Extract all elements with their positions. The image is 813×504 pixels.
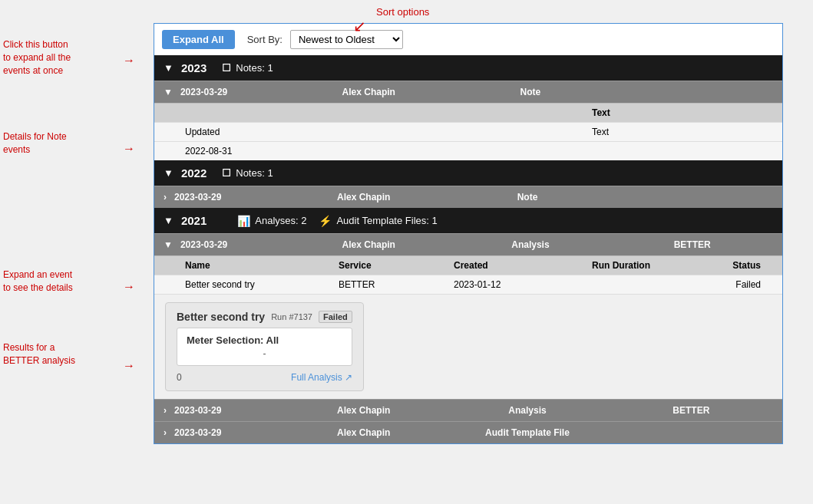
detail-header-col4: Text <box>592 107 699 118</box>
event-row-2021-better-expanded[interactable]: ▼ 2023-03-29 Alex Chapin Analysis BETTER <box>154 233 782 255</box>
external-link-icon: ↗ <box>345 372 352 383</box>
detail-data-date: 2022-08-31 <box>185 146 339 156</box>
col-header-created: Created <box>454 260 592 271</box>
event-date-1: 2023-03-29 <box>180 87 288 97</box>
better-card-analysis-name: Better second try <box>177 311 265 323</box>
page-wrapper: Sort options ↙ Click this button to expa… <box>0 0 813 504</box>
sort-annotation-text: Sort options <box>376 6 429 18</box>
detail-data-row-1a: Updated Text <box>154 122 782 141</box>
main-panel: Expand All Sort By: Newest to Oldest Old… <box>154 23 783 444</box>
notes-count-2023: Notes: 1 <box>236 62 273 74</box>
run-number-badge: Run #7137 <box>271 312 312 321</box>
year-header-2021[interactable]: ▼ 2021 📊 Analyses: 2 ⚡ Audit Template Fi… <box>154 208 782 233</box>
toolbar: Expand All Sort By: Newest to Oldest Old… <box>154 24 782 55</box>
detail-data-updated: Updated <box>185 127 339 137</box>
detail-header-col5 <box>699 107 761 118</box>
annotation-expand-event-arrow: → <box>123 280 135 294</box>
chevron-down-icon-2023: ▼ <box>164 62 174 74</box>
footer-count: 0 <box>177 372 182 383</box>
event-type-3: Analysis <box>450 239 612 250</box>
col-header-run-duration: Run Duration <box>592 260 699 271</box>
analysis-table-header: Name Service Created Run Duration Status <box>154 255 782 275</box>
col-header-status: Status <box>699 260 761 271</box>
annotation-better-results: Results for a BETTER analysis <box>3 341 122 367</box>
chevron-down-icon-event3: ▼ <box>164 239 173 250</box>
analysis-status: Failed <box>699 279 761 290</box>
detail-data-blank3 <box>454 127 592 137</box>
event-date-5: 2023-03-29 <box>174 427 282 438</box>
meter-selection-value: - <box>187 348 342 359</box>
event-user-1: Alex Chapin <box>288 87 450 97</box>
detail-header-col2 <box>339 107 454 118</box>
detail-data-b2 <box>339 146 454 156</box>
analysis-service: BETTER <box>339 279 454 290</box>
event-type-5: Audit Template File <box>445 427 609 438</box>
sort-by-label: Sort By: <box>247 34 283 45</box>
detail-header-row-1: Text <box>154 103 782 122</box>
expand-all-button[interactable]: Expand All <box>162 30 235 49</box>
annotation-expand-all-arrow: → <box>123 54 135 68</box>
sort-select[interactable]: Newest to Oldest Oldest to Newest <box>290 30 403 49</box>
event-user-2: Alex Chapin <box>282 192 445 203</box>
event-extra-3: BETTER <box>611 239 773 250</box>
chevron-right-icon-event4: › <box>164 405 167 416</box>
year-2023-label: 2023 <box>181 61 207 74</box>
sort-annotation: Sort options <box>376 6 429 18</box>
year-section-2022: ▼ 2022 ☐ Notes: 1 › 2023-03-29 Alex Chap… <box>154 160 782 208</box>
chevron-down-icon-event1: ▼ <box>164 87 173 97</box>
analysis-name: Better second try <box>185 279 339 290</box>
event-row-2023-03-29-note[interactable]: ▼ 2023-03-29 Alex Chapin Note <box>154 81 782 103</box>
event-row-2022-collapsed[interactable]: › 2023-03-29 Alex Chapin Note <box>154 186 782 208</box>
year-header-2023[interactable]: ▼ 2023 ☐ Notes: 1 <box>154 55 782 81</box>
better-card-footer: 0 Full Analysis ↗ <box>177 372 352 383</box>
meter-selection-card: Meter Selection: All - <box>177 328 352 366</box>
event-date-2: 2023-03-29 <box>174 192 282 203</box>
notes-icon-2023: ☐ <box>222 62 231 74</box>
event-type-1: Note <box>450 87 612 97</box>
annotation-better-results-arrow: → <box>123 359 135 373</box>
analysis-created: 2023-01-12 <box>454 279 592 290</box>
chevron-down-icon-2021: ▼ <box>164 215 174 226</box>
event-date-4: 2023-03-29 <box>174 405 282 416</box>
detail-data-text: Text <box>592 127 699 137</box>
event-type-4: Analysis <box>445 405 609 416</box>
audit-count-2021: Audit Template Files: 1 <box>336 215 437 226</box>
year-2022-label: 2022 <box>181 166 207 180</box>
chevron-down-icon-2022: ▼ <box>164 167 174 179</box>
annotation-expand-all: Click this button to expand all the even… <box>3 38 122 77</box>
detail-data-blank5 <box>699 127 761 137</box>
meter-selection-label: Meter Selection: All <box>187 334 342 346</box>
detail-data-row-1b: 2022-08-31 <box>154 141 782 160</box>
event-user-4: Alex Chapin <box>282 405 445 416</box>
analysis-table-row-1: Better second try BETTER 2023-01-12 Fail… <box>154 275 782 294</box>
sort-arrow-icon: ↙ <box>353 17 366 35</box>
detail-data-b4 <box>592 146 699 156</box>
event-type-2: Note <box>445 192 609 203</box>
event-date-3: 2023-03-29 <box>180 239 288 250</box>
lightning-icon: ⚡ <box>319 215 332 227</box>
better-card: Better second try Run #7137 Failed Meter… <box>165 302 364 391</box>
col-header-name: Name <box>185 260 339 271</box>
year-2021-label: 2021 <box>181 214 207 227</box>
year-header-2022[interactable]: ▼ 2022 ☐ Notes: 1 <box>154 160 782 186</box>
annotation-details-note-arrow: → <box>123 142 135 156</box>
notes-icon-2022: ☐ <box>222 167 231 179</box>
event-user-5: Alex Chapin <box>282 427 445 438</box>
analysis-run-duration <box>592 279 699 290</box>
detail-header-col1 <box>185 107 339 118</box>
year-section-2021: ▼ 2021 📊 Analyses: 2 ⚡ Audit Template Fi… <box>154 208 782 443</box>
col-header-service: Service <box>339 260 454 271</box>
chevron-right-icon-event5: › <box>164 427 167 438</box>
failed-badge: Failed <box>319 311 352 323</box>
detail-data-b5 <box>699 146 761 156</box>
year-section-2023: ▼ 2023 ☐ Notes: 1 ▼ 2023-03-29 Alex Chap… <box>154 55 782 160</box>
annotation-expand-event: Expand an event to see the details <box>3 268 122 295</box>
chevron-right-icon-event2: › <box>164 192 167 203</box>
event-row-2021-better-collapsed[interactable]: › 2023-03-29 Alex Chapin Analysis BETTER <box>154 399 782 421</box>
event-row-2021-audit[interactable]: › 2023-03-29 Alex Chapin Audit Template … <box>154 421 782 443</box>
better-card-title-row: Better second try Run #7137 Failed <box>177 311 352 323</box>
full-analysis-link[interactable]: Full Analysis ↗ <box>291 372 352 383</box>
analyses-count-2021: Analyses: 2 <box>255 215 306 226</box>
detail-header-col3 <box>454 107 592 118</box>
event-user-3: Alex Chapin <box>288 239 450 250</box>
